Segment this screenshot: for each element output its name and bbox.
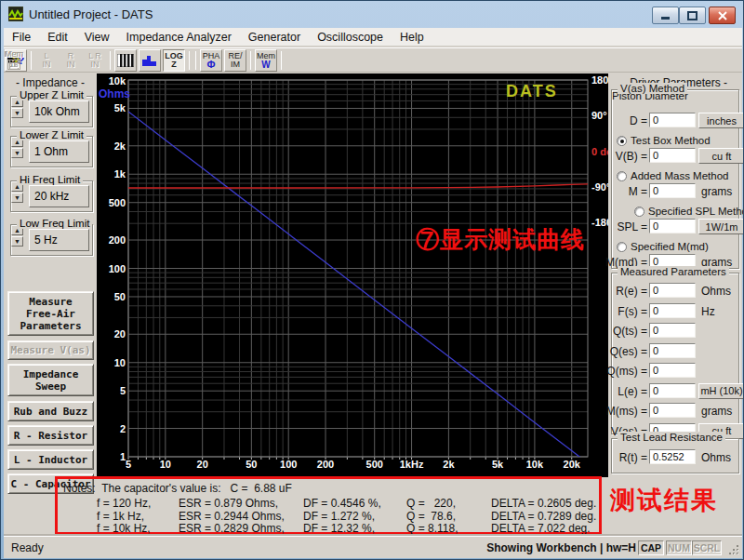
- maximize-button[interactable]: [679, 7, 706, 24]
- svg-text:1k: 1k: [114, 168, 126, 180]
- menu-item-edit[interactable]: Edit: [39, 29, 76, 46]
- result-annotation: 测试结果: [610, 484, 718, 517]
- stereo-input-button[interactable]: L RIN: [84, 49, 106, 72]
- toolbar-separator: [250, 51, 251, 70]
- notes-esr: ESR = 0.2829 Ohms,: [179, 522, 285, 535]
- field-input[interactable]: 0: [649, 343, 696, 358]
- l-inductor-button[interactable]: L - Inductor: [7, 449, 94, 470]
- r-resistor-button[interactable]: R - Resistor: [7, 425, 94, 446]
- blue-bars-icon: [141, 54, 158, 67]
- field-input[interactable]: 0: [649, 323, 696, 338]
- impedance-panel: - Impedance - Upper Z Limit▲▼10k OhmLowe…: [4, 73, 97, 477]
- minimize-button[interactable]: [652, 7, 679, 24]
- limit-group-4: Low Freq Limit▲▼5 Hz: [10, 224, 93, 256]
- radio-added-mass-method[interactable]: [617, 171, 627, 181]
- spectrum-button[interactable]: [139, 49, 161, 72]
- memory-w-button[interactable]: MemW: [255, 49, 277, 72]
- menu-item-impedance-analyzer[interactable]: Impedance Analyzer: [118, 29, 240, 46]
- group-box-title: Measured Parameters: [618, 266, 729, 277]
- radio-label: Specified M(md): [631, 241, 709, 252]
- spin-down-button[interactable]: ▼: [11, 193, 23, 203]
- unit-button[interactable]: cu ft: [698, 148, 744, 164]
- svg-text:20: 20: [114, 328, 126, 340]
- svg-text:500: 500: [109, 197, 126, 208]
- limit-value: 10k Ohm: [29, 100, 89, 123]
- phase-button[interactable]: PHAΦ: [200, 49, 222, 72]
- field-input[interactable]: 0: [649, 183, 696, 198]
- field-label: Q(ts) =: [599, 325, 647, 338]
- impedance-sweep-button[interactable]: Impedance Sweep: [7, 364, 94, 396]
- memory-w-button-label: W: [261, 60, 270, 69]
- piano-keys-icon: [117, 54, 134, 67]
- spin-down-button[interactable]: ▼: [11, 236, 23, 247]
- svg-text:500: 500: [366, 459, 383, 470]
- field-label: SPL =: [599, 220, 647, 233]
- rub-and-buzz-button[interactable]: Rub and Buzz: [7, 401, 94, 421]
- unit-button[interactable]: mH (10k): [698, 383, 744, 399]
- field-input[interactable]: 0: [649, 383, 696, 398]
- field-input[interactable]: 0: [649, 303, 696, 318]
- spin-down-button[interactable]: ▼: [11, 108, 23, 118]
- piano-tones-button[interactable]: [114, 49, 137, 72]
- svg-text:5k: 5k: [492, 459, 504, 470]
- radio-test-box-method[interactable]: [617, 136, 627, 146]
- menu-item-oscilloscope[interactable]: Oscilloscope: [309, 29, 392, 46]
- impedance-panel-header: - Impedance -: [4, 76, 97, 89]
- left-input-button[interactable]: LIN: [35, 49, 58, 72]
- svg-text:10k: 10k: [526, 459, 544, 470]
- notes-delta: DELTA = 0.2605 deg.: [491, 497, 596, 510]
- status-indicator-num: NUM: [666, 540, 692, 555]
- unit-label: Ohms: [701, 285, 731, 298]
- toolbar-separator: [110, 51, 111, 70]
- spin-down-button[interactable]: ▼: [11, 148, 23, 158]
- field-label: L(e) =: [599, 385, 647, 398]
- field-input[interactable]: 0: [649, 219, 696, 233]
- notes-summary: Notes: The capacitor's value is: C = 6.8…: [63, 482, 292, 495]
- title-bar[interactable]: Untitled Project - DATS: [1, 1, 743, 28]
- field-label: D =: [599, 114, 647, 127]
- menu-item-generator[interactable]: Generator: [240, 29, 309, 46]
- radio-specified-m-md-[interactable]: [617, 242, 627, 252]
- limit-group-title: Low Freq Limit: [17, 218, 92, 229]
- radio-specified-spl-method[interactable]: [634, 207, 644, 217]
- menu-item-file[interactable]: File: [4, 29, 39, 46]
- svg-text:10k: 10k: [109, 75, 126, 87]
- field-label: Q(ms) =: [599, 365, 647, 378]
- right-input-button[interactable]: RIN: [60, 49, 82, 72]
- resize-grip[interactable]: [728, 544, 740, 556]
- group-box-title: Test Lead Resistance: [618, 432, 725, 443]
- notes-q: Q = 220,: [406, 497, 456, 510]
- notes-box: Notes: The capacitor's value is: C = 6.8…: [55, 476, 602, 535]
- notes-f: f = 120 Hz,: [97, 497, 151, 510]
- svg-text:180°: 180°: [591, 74, 608, 86]
- field-input[interactable]: 0: [649, 283, 696, 298]
- minimize-icon: [661, 11, 671, 20]
- field-input[interactable]: 0: [649, 113, 696, 127]
- unit-button[interactable]: inches: [698, 113, 744, 128]
- notes-delta: DELTA = 0.7289 deg.: [491, 510, 596, 523]
- impedance-chart: 10k5k2k1k5002001005020105215102050100200…: [97, 73, 608, 477]
- group-box: Test Lead ResistanceR(t) =0.5252Ohms: [611, 438, 739, 473]
- svg-text:DATS: DATS: [506, 82, 558, 100]
- svg-text:100: 100: [109, 263, 126, 274]
- menu-item-help[interactable]: Help: [392, 29, 432, 46]
- log-scale-button[interactable]: LOGZ: [163, 49, 185, 72]
- real-imaginary-button[interactable]: RE/IM: [224, 49, 246, 72]
- field-input[interactable]: 0: [649, 403, 696, 418]
- notes-df: DF = 12.32 %,: [303, 522, 375, 535]
- field-label: R(e) =: [599, 285, 647, 298]
- field-input[interactable]: 0: [649, 148, 696, 163]
- field-label: V(B) =: [599, 150, 647, 163]
- menu-item-view[interactable]: View: [76, 29, 118, 46]
- unit-label: Hz: [701, 305, 715, 318]
- field-input[interactable]: 0: [649, 363, 696, 378]
- notes-df: DF = 0.4546 %,: [303, 497, 381, 510]
- field-input[interactable]: 0.5252: [649, 449, 696, 464]
- measure-free-air-parameters-button[interactable]: Measure Free-Air Parameters: [7, 291, 94, 336]
- right-input-button-label: IN: [67, 60, 75, 69]
- unit-button[interactable]: 1W/1m: [698, 219, 744, 234]
- limit-group-2: Lower Z Limit▲▼1 Ohm: [10, 136, 93, 167]
- window-title: Untitled Project - DATS: [29, 7, 153, 21]
- close-button[interactable]: [709, 7, 736, 24]
- real-imaginary-button-label: IM: [231, 60, 240, 69]
